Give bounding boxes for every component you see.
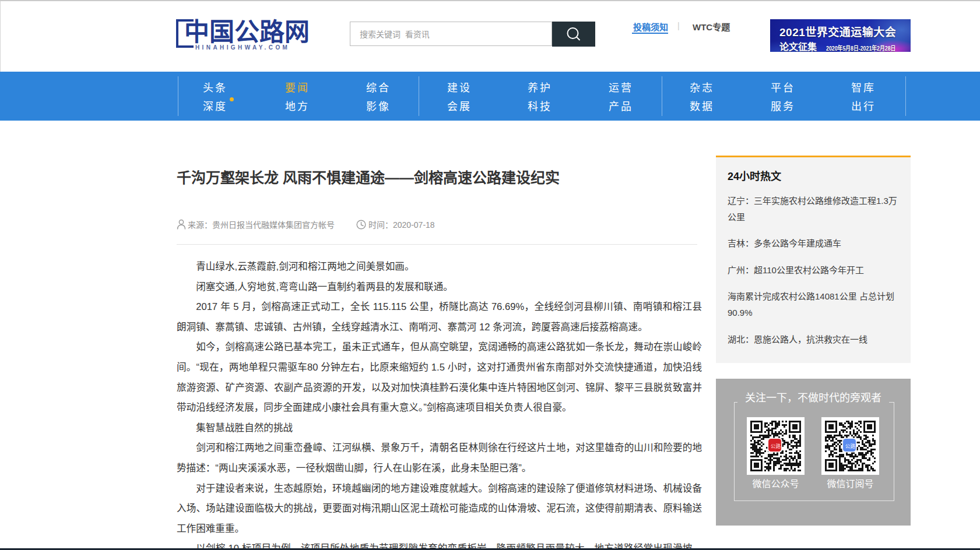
svg-text:公路: 公路 — [845, 443, 856, 449]
svg-text:公路: 公路 — [771, 443, 781, 449]
